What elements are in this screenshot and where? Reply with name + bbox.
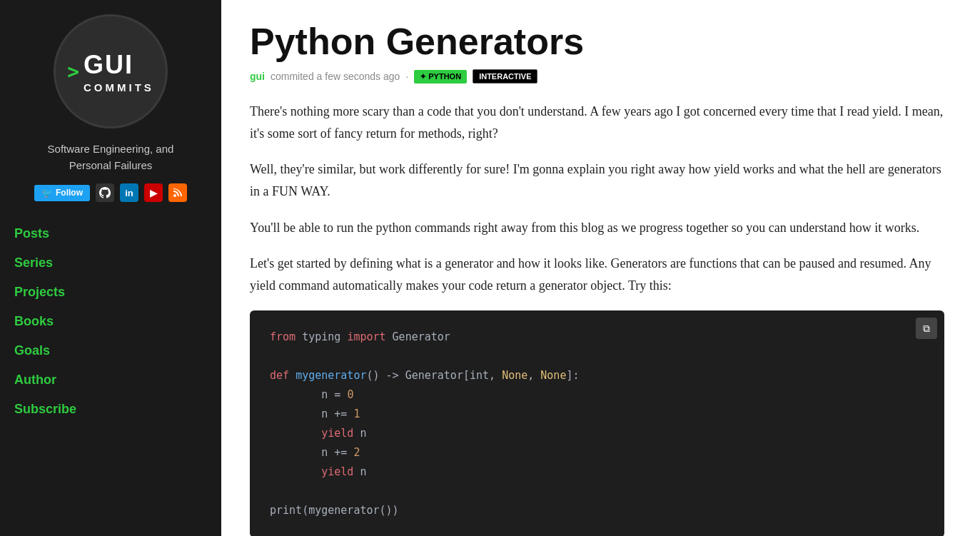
code-line-6: n += 2 <box>270 443 924 462</box>
nav-menu: Posts Series Projects Books Goals Author… <box>0 219 221 424</box>
code-line-1: from typing import Generator <box>270 328 924 347</box>
twitter-icon: 🐦 <box>41 188 53 198</box>
youtube-icon[interactable]: ▶ <box>144 183 163 202</box>
code-line-3: n = 0 <box>270 385 924 405</box>
logo-gui-text: GUI <box>84 50 154 80</box>
sidebar-item-series[interactable]: Series <box>14 248 207 278</box>
post-time: commited a few seconds ago <box>271 71 400 82</box>
site-tagline: Software Engineering, and Personal Failu… <box>34 141 188 173</box>
sidebar-item-goals[interactable]: Goals <box>14 336 207 365</box>
badge-interactive[interactable]: INTERACTIVE <box>473 69 537 84</box>
logo-arrow-icon: > <box>67 60 79 84</box>
badge-python[interactable]: ✦ PYTHON <box>414 70 467 84</box>
logo: > GUI COMMITS <box>54 14 168 128</box>
sidebar-item-projects[interactable]: Projects <box>14 278 207 307</box>
social-links-row: 🐦 Follow in ▶ <box>34 183 187 202</box>
follow-label: Follow <box>56 188 83 198</box>
post-author[interactable]: gui <box>250 71 265 82</box>
main-content: Python Generators gui commited a few sec… <box>221 0 980 536</box>
code-line-7: yield n <box>270 462 924 482</box>
code-block: ⧉ from typing import Generator def mygen… <box>250 310 944 536</box>
paragraph-2: Well, they're similar, but work differen… <box>250 158 944 202</box>
code-line-5: yield n <box>270 424 924 443</box>
code-empty-1 <box>270 347 924 366</box>
code-line-8: print(mygenerator()) <box>270 501 924 520</box>
code-line-2: def mygenerator() -> Generator[int, None… <box>270 366 924 385</box>
rss-icon[interactable] <box>168 183 187 202</box>
post-title: Python Generators <box>250 21 944 62</box>
paragraph-1: There's nothing more scary than a code t… <box>250 101 944 144</box>
github-icon[interactable] <box>96 183 114 202</box>
copy-code-button[interactable]: ⧉ <box>916 318 937 339</box>
logo-commits-text: COMMITS <box>84 81 154 93</box>
code-line-4: n += 1 <box>270 405 924 424</box>
svg-point-0 <box>173 194 176 197</box>
sidebar-item-books[interactable]: Books <box>14 307 207 336</box>
sidebar-item-author[interactable]: Author <box>14 365 207 395</box>
twitter-follow-button[interactable]: 🐦 Follow <box>34 185 90 201</box>
sidebar-item-posts[interactable]: Posts <box>14 219 207 248</box>
sidebar-item-subscribe[interactable]: Subscribe <box>14 395 207 424</box>
sidebar: > GUI COMMITS Software Engineering, and … <box>0 0 221 536</box>
paragraph-3: You'll be able to run the python command… <box>250 217 944 239</box>
paragraph-4: Let's get started by defining what is a … <box>250 253 944 296</box>
meta-separator: · <box>405 71 408 82</box>
post-meta: gui commited a few seconds ago · ✦ PYTHO… <box>250 69 944 84</box>
linkedin-icon[interactable]: in <box>120 183 138 202</box>
code-empty-2 <box>270 482 924 501</box>
